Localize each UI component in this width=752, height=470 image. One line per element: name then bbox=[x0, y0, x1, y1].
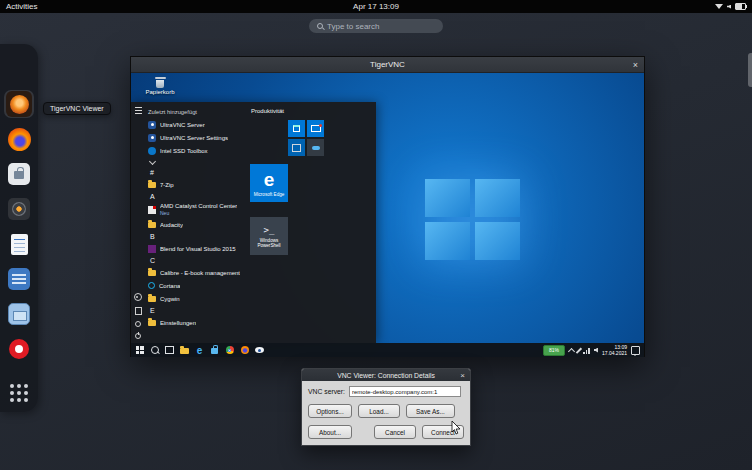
hamburger-icon[interactable] bbox=[135, 107, 142, 114]
dock-item-help[interactable] bbox=[4, 335, 34, 363]
start-app-intel-ssd-toolbox[interactable]: Intel SSD Toolbox bbox=[148, 144, 247, 157]
connect-button[interactable]: Connect bbox=[422, 425, 464, 439]
network-bars-icon[interactable] bbox=[583, 347, 590, 354]
photo-icon bbox=[292, 144, 301, 152]
dock-item-documents[interactable] bbox=[4, 230, 34, 258]
start-app-ultravnc-settings[interactable]: UltraVNC Server Settings bbox=[148, 131, 247, 144]
battery-indicator[interactable]: 81% bbox=[543, 345, 565, 356]
load-button[interactable]: Load... bbox=[358, 404, 400, 418]
ultravnc-tray-button[interactable] bbox=[255, 346, 264, 355]
dock-item-software[interactable] bbox=[4, 160, 34, 188]
remote-windows-desktop[interactable]: Papierkorb Zuletzt hinzugefügt bbox=[131, 73, 644, 357]
start-app-ultravnc-server[interactable]: UltraVNC Server bbox=[148, 118, 247, 131]
start-app-amd-catalyst[interactable]: AMD Catalyst Control Center Neu bbox=[148, 202, 247, 218]
vnc-server-input[interactable] bbox=[349, 386, 461, 397]
section-letter[interactable]: E bbox=[148, 305, 247, 316]
dialog-title: VNC Viewer: Connection Details bbox=[337, 372, 435, 379]
show-applications-button[interactable] bbox=[4, 374, 34, 402]
dock-item-notes[interactable] bbox=[4, 265, 34, 293]
dock-item-firefox[interactable] bbox=[4, 125, 34, 153]
calendar-tile[interactable] bbox=[288, 120, 305, 137]
workspace-switcher[interactable] bbox=[748, 53, 752, 87]
dialog-titlebar[interactable]: VNC Viewer: Connection Details × bbox=[302, 369, 470, 381]
edge-taskbar-button[interactable]: e bbox=[195, 346, 204, 355]
tray-chevron-icon[interactable] bbox=[568, 347, 575, 354]
app-sublabel-new: Neu bbox=[160, 210, 237, 217]
recycle-bin-label: Papierkorb bbox=[145, 89, 174, 95]
start-button[interactable] bbox=[135, 346, 144, 355]
documents-icon[interactable] bbox=[135, 307, 142, 315]
clock-menu[interactable]: Apr 17 13:09 bbox=[353, 2, 399, 11]
expand-recent-button[interactable] bbox=[148, 157, 247, 167]
taskbar-date: 17.04.2021 bbox=[602, 350, 627, 356]
app-label: UltraVNC Server Settings bbox=[160, 135, 228, 141]
folder-icon bbox=[148, 296, 156, 302]
start-app-cygwin[interactable]: Cygwin bbox=[148, 292, 247, 305]
dialog-body: VNC server: Options... Load... Save As..… bbox=[302, 381, 470, 445]
file-explorer-button[interactable] bbox=[180, 346, 189, 355]
window-close-button[interactable]: × bbox=[633, 57, 638, 72]
battery-icon bbox=[735, 3, 746, 10]
dock-item-photos[interactable] bbox=[4, 195, 34, 223]
section-letter[interactable]: C bbox=[148, 255, 247, 266]
save-as-button[interactable]: Save As... bbox=[406, 404, 455, 418]
eye-icon bbox=[255, 347, 264, 353]
folder-icon bbox=[180, 348, 189, 354]
powershell-tile[interactable]: >_ Windows PowerShell bbox=[250, 217, 288, 255]
power-icon[interactable] bbox=[135, 333, 141, 339]
gnome-desktop: Activities Apr 17 13:09 Type to search T… bbox=[0, 0, 752, 470]
settings-gear-icon[interactable] bbox=[135, 321, 141, 327]
tile-group-label[interactable]: Produktivität bbox=[251, 108, 284, 114]
section-letter[interactable]: # bbox=[148, 167, 247, 178]
folder-icon bbox=[148, 320, 156, 326]
start-app-einstellungen[interactable]: Einstellungen bbox=[148, 316, 247, 329]
onedrive-tile[interactable] bbox=[307, 139, 324, 156]
ultravnc-icon bbox=[148, 134, 156, 142]
activities-button[interactable]: Activities bbox=[0, 0, 44, 13]
folder-icon bbox=[148, 270, 156, 276]
start-app-blend[interactable]: Blend for Visual Studio 2015 bbox=[148, 242, 247, 255]
volume-icon[interactable] bbox=[594, 348, 598, 353]
dock-item-tigervnc[interactable] bbox=[4, 90, 34, 118]
firefox-icon bbox=[241, 346, 249, 354]
task-view-button[interactable] bbox=[165, 346, 174, 355]
dock-item-boxes[interactable] bbox=[4, 300, 34, 328]
cancel-button[interactable]: Cancel bbox=[374, 425, 416, 439]
photos-tile[interactable] bbox=[288, 139, 305, 156]
software-bag-icon bbox=[8, 163, 30, 185]
microsoft-edge-tile[interactable]: e Microsoft Edge bbox=[250, 164, 288, 202]
intel-icon bbox=[148, 147, 156, 155]
start-menu: Zuletzt hinzugefügt UltraVNC Server Ultr… bbox=[131, 102, 376, 343]
taskbar-clock[interactable]: 13:09 17.04.2021 bbox=[602, 344, 627, 356]
ultravnc-icon bbox=[148, 121, 156, 129]
boxes-icon bbox=[8, 303, 30, 325]
start-tiles-area: Produktivität e Microsoft Edge >_ Window… bbox=[249, 102, 376, 343]
app-label: Cortana bbox=[159, 283, 180, 289]
start-app-audacity[interactable]: Audacity bbox=[148, 218, 247, 231]
start-app-7zip[interactable]: 7-Zip bbox=[148, 178, 247, 191]
taskbar-search-button[interactable] bbox=[150, 346, 159, 355]
store-button[interactable] bbox=[210, 346, 219, 355]
dialog-close-button[interactable]: × bbox=[460, 369, 465, 381]
action-center-icon[interactable] bbox=[631, 346, 640, 355]
system-status-menu[interactable] bbox=[713, 0, 748, 13]
section-letter[interactable]: A bbox=[148, 191, 247, 202]
about-button[interactable]: About... bbox=[308, 425, 352, 439]
pen-icon[interactable] bbox=[576, 347, 582, 353]
search-input[interactable]: Type to search bbox=[309, 19, 443, 33]
notes-icon bbox=[8, 268, 30, 290]
mail-tile[interactable] bbox=[307, 120, 324, 137]
start-app-cortana[interactable]: Cortana bbox=[148, 279, 247, 292]
firefox-taskbar-button[interactable] bbox=[240, 346, 249, 355]
windows-wallpaper-logo bbox=[425, 179, 520, 260]
user-icon[interactable] bbox=[134, 293, 142, 301]
tigervnc-icon bbox=[6, 91, 32, 117]
start-app-calibre[interactable]: Calibre - E-book management bbox=[148, 266, 247, 279]
options-button[interactable]: Options... bbox=[308, 404, 352, 418]
recycle-bin[interactable]: Papierkorb bbox=[143, 76, 177, 95]
section-letter[interactable]: B bbox=[148, 231, 247, 242]
edge-icon: e bbox=[264, 171, 275, 189]
window-titlebar[interactable]: TigerVNC × bbox=[131, 57, 644, 73]
chrome-button[interactable] bbox=[225, 346, 234, 355]
start-app-list: Zuletzt hinzugefügt UltraVNC Server Ultr… bbox=[145, 102, 249, 343]
